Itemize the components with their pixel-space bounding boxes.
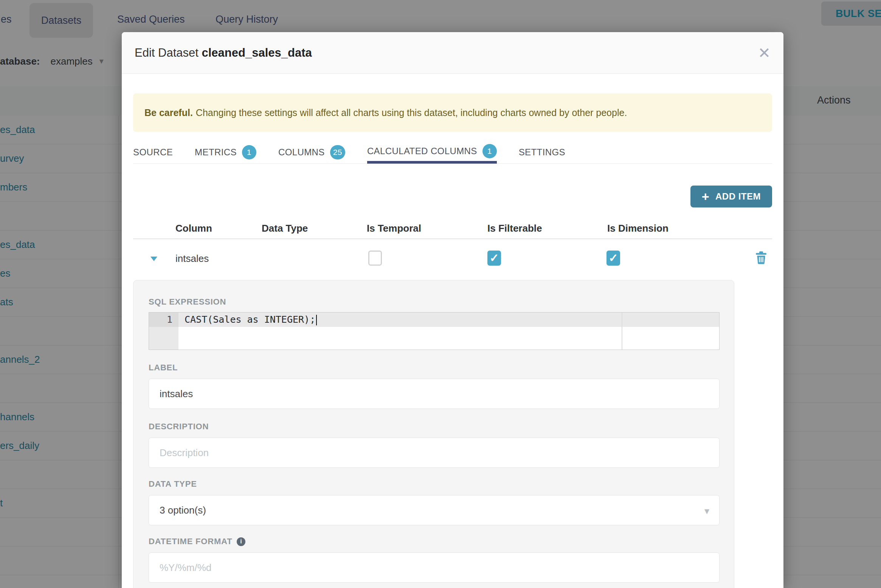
header-is-temporal: Is Temporal xyxy=(367,223,421,234)
datetime-field-label-text: DATETIME FORMAT xyxy=(149,537,232,546)
modal-title: Edit Dataset cleaned_sales_data xyxy=(135,46,312,60)
tab-source-label: SOURCE xyxy=(133,147,173,158)
tab-columns-badge: 25 xyxy=(330,145,345,159)
description-field-label: DESCRIPTION xyxy=(149,422,719,432)
trash-icon xyxy=(755,251,767,264)
header-is-dimension: Is Dimension xyxy=(607,223,669,234)
columns-table-header: Column Data Type Is Temporal Is Filterab… xyxy=(133,222,772,239)
datetime-format-placeholder: %Y/%m/%d xyxy=(160,562,211,574)
editor-gutter: 1 xyxy=(149,313,178,350)
datatype-field-label: DATA TYPE xyxy=(149,479,719,489)
label-input[interactable]: intsales xyxy=(149,379,720,409)
header-column: Column xyxy=(175,223,212,234)
text-cursor xyxy=(316,315,317,325)
tab-calculated-columns[interactable]: CALCULATED COLUMNS 1 xyxy=(367,141,497,164)
datetime-field-label: DATETIME FORMAT i xyxy=(149,537,719,546)
editor-print-margin xyxy=(622,313,622,350)
column-name: intsales xyxy=(175,253,209,265)
modal-body: Be careful. Changing these settings will… xyxy=(122,93,783,588)
sql-editor[interactable]: 1 CAST(Sales as INTEGER); xyxy=(149,312,720,350)
check-icon: ✓ xyxy=(608,252,619,265)
is-filterable-checkbox[interactable]: ✓ xyxy=(487,251,501,266)
label-input-value: intsales xyxy=(160,388,193,400)
delete-column-button[interactable] xyxy=(755,251,767,266)
sql-expression-label: SQL EXPRESSION xyxy=(149,297,719,307)
check-icon: ✓ xyxy=(489,252,500,265)
tab-metrics[interactable]: METRICS 1 xyxy=(195,141,256,164)
is-dimension-checkbox[interactable]: ✓ xyxy=(606,251,620,266)
modal-header: Edit Dataset cleaned_sales_data ✕ xyxy=(122,32,783,74)
warning-banner-text: Changing these settings will affect all … xyxy=(196,107,627,118)
description-field-group: DESCRIPTION Description xyxy=(149,422,719,468)
modal-title-dataset-name: cleaned_sales_data xyxy=(202,46,312,59)
tab-settings-label: SETTINGS xyxy=(519,147,565,158)
header-data-type: Data Type xyxy=(262,223,308,234)
close-icon[interactable]: ✕ xyxy=(758,45,771,60)
app-page: es Datasets Saved Queries Query History … xyxy=(0,0,881,588)
tab-columns[interactable]: COLUMNS 25 xyxy=(278,141,345,164)
datatype-select[interactable]: 3 option(s) ▾ xyxy=(149,495,720,525)
tab-calculated-columns-label: CALCULATED COLUMNS xyxy=(367,146,477,156)
datetime-field-group: DATETIME FORMAT i %Y/%m/%d xyxy=(149,537,719,583)
label-field-label: LABEL xyxy=(149,363,719,373)
modal-tabs: SOURCE METRICS 1 COLUMNS 25 CALCULATED C… xyxy=(133,141,772,164)
info-icon[interactable]: i xyxy=(237,537,245,546)
datetime-format-input[interactable]: %Y/%m/%d xyxy=(149,552,720,583)
sql-code: CAST(Sales as INTEGER); xyxy=(185,313,317,327)
calculated-column-row: intsales ✓ ✓ xyxy=(133,239,772,279)
chevron-down-icon: ▾ xyxy=(704,505,709,517)
tab-settings[interactable]: SETTINGS xyxy=(519,141,565,164)
plus-icon: + xyxy=(702,190,709,203)
datatype-field-group: DATA TYPE 3 option(s) ▾ xyxy=(149,479,719,525)
is-temporal-checkbox[interactable] xyxy=(368,251,382,266)
add-item-label: ADD ITEM xyxy=(715,191,761,202)
warning-banner-bold: Be careful. xyxy=(144,107,193,118)
modal-title-prefix: Edit Dataset xyxy=(135,46,202,59)
header-is-filterable: Is Filterable xyxy=(487,223,542,234)
description-placeholder: Description xyxy=(160,447,209,459)
warning-banner: Be careful. Changing these settings will… xyxy=(133,93,772,132)
tab-calculated-columns-badge: 1 xyxy=(482,144,497,158)
label-field-group: LABEL intsales xyxy=(149,363,719,409)
edit-dataset-modal: Edit Dataset cleaned_sales_data ✕ Be car… xyxy=(122,32,783,588)
line-number: 1 xyxy=(149,313,178,327)
description-input[interactable]: Description xyxy=(149,438,720,468)
calculated-columns-toolbar: + ADD ITEM xyxy=(133,186,772,207)
datatype-select-value: 3 option(s) xyxy=(160,504,206,516)
tab-source[interactable]: SOURCE xyxy=(133,141,173,164)
tab-metrics-badge: 1 xyxy=(242,145,256,159)
column-editor-panel: SQL EXPRESSION 1 CAST(Sales as INTEGER);… xyxy=(133,280,734,588)
add-item-button[interactable]: + ADD ITEM xyxy=(690,186,772,207)
tab-metrics-label: METRICS xyxy=(195,147,237,158)
tab-columns-label: COLUMNS xyxy=(278,147,325,158)
collapse-caret-icon[interactable] xyxy=(150,257,157,261)
